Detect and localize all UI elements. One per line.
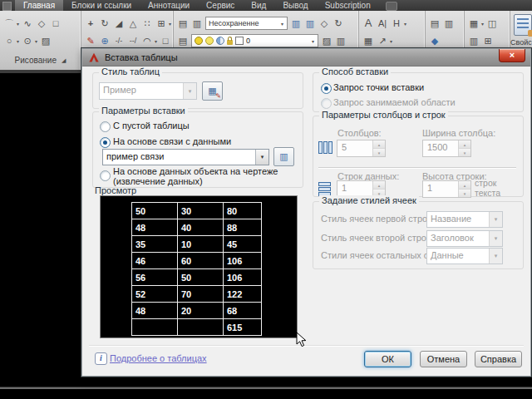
radio-request-area[interactable] xyxy=(321,98,332,109)
chevron-down-icon[interactable]: ▾ xyxy=(255,150,268,165)
cancel-button[interactable]: Отмена xyxy=(420,351,467,367)
leader-icon[interactable]: ↗ xyxy=(377,34,388,47)
panel-expand-icon[interactable]: ◢ xyxy=(62,57,66,64)
chevron-down-icon[interactable]: ▾ xyxy=(481,21,484,27)
radio-from-data-link-label[interactable]: На основе связи с данными xyxy=(113,136,231,146)
row-height-spinner[interactable]: 1 ▴▾ xyxy=(422,180,471,198)
data-link-dropdown[interactable]: пример связи ▾ xyxy=(102,149,269,165)
circle-icon[interactable]: ○ xyxy=(3,34,15,47)
ribbon-options-icon[interactable] xyxy=(386,2,397,11)
move-icon[interactable]: + xyxy=(85,17,96,30)
tab-вывод[interactable]: Вывод xyxy=(274,0,316,11)
chevron-down-icon[interactable]: ▾ xyxy=(404,21,406,27)
chevron-down-icon[interactable]: ▾ xyxy=(183,83,196,99)
layer-walk-icon[interactable]: ▨ xyxy=(321,34,332,47)
other-rows-style-dropdown[interactable]: Данные ▾ xyxy=(426,248,503,264)
radio-from-object-data[interactable] xyxy=(100,170,111,181)
dimension-icon[interactable]: H xyxy=(391,17,402,30)
app-menu-icon[interactable] xyxy=(2,2,12,11)
chevron-down-icon[interactable]: ▾ xyxy=(169,21,171,27)
text-icon[interactable]: A| xyxy=(377,17,388,30)
chevron-down-icon[interactable]: ▾ xyxy=(35,38,37,44)
polygon-icon[interactable]: ◇ xyxy=(36,17,47,30)
launch-table-style-button[interactable]: ▦ ✎ xyxy=(202,81,223,101)
rectangle-icon[interactable]: □ xyxy=(50,17,62,30)
tab-вид[interactable]: Вид xyxy=(243,0,274,11)
region-icon[interactable]: □ xyxy=(160,34,171,47)
insert-block-icon[interactable]: ▤ xyxy=(429,17,441,30)
table-tool-icon[interactable]: ▦ xyxy=(362,34,374,47)
spin-up-icon[interactable]: ▴ xyxy=(459,181,470,190)
array-icon[interactable]: ∷ xyxy=(141,17,153,30)
publish-icon[interactable]: ⊞ xyxy=(482,34,494,47)
close-button[interactable]: × xyxy=(499,49,525,62)
layer-match-icon[interactable]: ▤ xyxy=(177,17,189,30)
layer-unlock-icon[interactable] xyxy=(227,40,233,45)
ellipse-icon[interactable]: ⊙ xyxy=(22,34,33,47)
edit-hatch-icon[interactable]: ⊕ xyxy=(99,34,111,47)
layer-vpdefault-icon[interactable]: ▥ xyxy=(335,34,347,47)
chevron-down-icon[interactable]: ▾ xyxy=(308,38,318,44)
layer-state-dropdown[interactable]: Несохраненне ▾ xyxy=(205,17,288,30)
columns-spinner[interactable]: 5 ▴▾ xyxy=(337,140,386,157)
trim-icon[interactable]: -/- xyxy=(113,34,125,47)
tab-subscription[interactable]: Subscription xyxy=(317,0,379,11)
spin-up-icon[interactable]: ▴ xyxy=(373,181,385,190)
learn-about-tables-link[interactable]: Подробнее о таблицах xyxy=(110,353,207,363)
draw-panel-label[interactable]: Рисование ◢ xyxy=(0,55,81,66)
layer-unisolate-icon[interactable]: ▥ xyxy=(304,17,316,30)
first-row-style-dropdown[interactable]: Название ▾ xyxy=(426,211,503,228)
chevron-down-icon[interactable]: ▾ xyxy=(489,212,502,227)
chevron-down-icon[interactable]: ▾ xyxy=(489,249,502,264)
spin-down-icon[interactable]: ▾ xyxy=(459,149,470,156)
help-button[interactable]: Справка xyxy=(475,351,522,367)
layer-thaw-icon[interactable] xyxy=(205,37,214,45)
radio-from-data-link[interactable] xyxy=(100,137,111,148)
layer-on-bulb-icon[interactable] xyxy=(195,37,203,45)
scale-icon[interactable]: ◢ xyxy=(113,17,125,30)
chevron-down-icon[interactable]: ▾ xyxy=(390,38,392,44)
data-link-manager-button[interactable]: ▥ xyxy=(273,147,294,166)
spin-down-icon[interactable]: ▾ xyxy=(459,190,470,197)
layer-viewport-icon[interactable] xyxy=(216,37,224,45)
ok-button[interactable]: ОК xyxy=(364,351,411,367)
chevron-down-icon[interactable]: ▾ xyxy=(278,21,287,27)
spline-icon[interactable]: ∿ xyxy=(22,17,33,30)
dialog-title-bar[interactable]: Вставка таблицы × xyxy=(82,49,530,66)
tab-сервис[interactable]: Сервис xyxy=(198,0,243,11)
tab-блоки-и-ссылки[interactable]: Блоки и ссылки xyxy=(63,0,140,11)
radio-request-point-label[interactable]: Запрос точки вставки xyxy=(333,82,424,92)
hatch-icon[interactable]: ▨ xyxy=(40,34,52,47)
erase-pencil-icon[interactable]: ✎ xyxy=(85,34,96,47)
tab-аннотации[interactable]: Аннотации xyxy=(140,0,198,11)
mtext-icon[interactable]: A xyxy=(362,17,374,30)
create-block-icon[interactable]: ▥ xyxy=(443,17,455,30)
layer-freeze-icon[interactable]: ◇ xyxy=(318,17,330,30)
fillet-icon[interactable]: ◠ xyxy=(141,34,153,47)
layer-dropdown[interactable]: 0 ▾ xyxy=(191,34,318,47)
layer-color-swatch[interactable] xyxy=(235,37,244,45)
chevron-down-icon[interactable]: ▾ xyxy=(155,38,157,44)
table-style-dropdown[interactable]: Пример ▾ xyxy=(99,82,197,100)
arc-icon[interactable]: ⌒ xyxy=(3,17,15,30)
layer-properties-icon[interactable]: ▤ xyxy=(177,34,189,47)
new-layout-icon[interactable]: ▦ xyxy=(468,17,480,30)
sheet-set-icon[interactable]: ▥ xyxy=(468,34,480,47)
radio-request-point[interactable] xyxy=(321,83,332,94)
radio-from-empty-table-label[interactable]: С пустой таблицы xyxy=(113,121,190,131)
spin-up-icon[interactable]: ▴ xyxy=(373,140,385,149)
tab-главная[interactable]: Главная xyxy=(15,0,63,11)
radio-from-object-data-label[interactable]: На основе данных объекта на чертеже (изв… xyxy=(113,166,296,186)
named-views-icon[interactable]: ◫ xyxy=(486,17,498,30)
layer-off-icon[interactable]: ↻ xyxy=(332,17,344,30)
copy-icon[interactable]: ⊞ xyxy=(155,17,167,30)
second-row-style-dropdown[interactable]: Заголовок ▾ xyxy=(426,230,503,247)
radio-request-area-label[interactable]: Запрос занимаемой области xyxy=(333,97,456,107)
layer-isolate-icon[interactable]: ▥ xyxy=(290,17,302,30)
layer-prev-icon[interactable]: ▥ xyxy=(191,17,203,30)
spin-down-icon[interactable]: ▾ xyxy=(373,149,385,156)
chevron-down-icon[interactable]: ▾ xyxy=(489,231,502,246)
mirror-icon[interactable]: △ xyxy=(127,17,139,30)
properties-palette-icon[interactable] xyxy=(514,14,532,36)
rotate-icon[interactable]: ↻ xyxy=(99,17,111,30)
